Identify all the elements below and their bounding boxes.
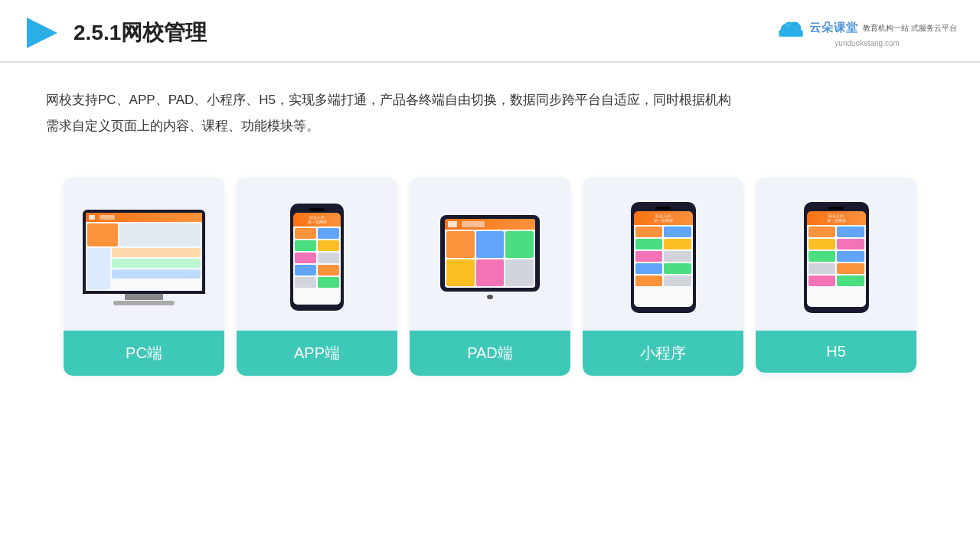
- pc-base: [113, 301, 175, 305]
- card-label-app: APP端: [237, 331, 397, 376]
- pc-stand: [125, 294, 163, 300]
- tablet-body: [445, 230, 535, 288]
- phone-screen-app: 职达人的第一堂网课: [293, 213, 341, 305]
- card-pad: PAD端: [410, 178, 570, 376]
- description-text: 网校支持PC、APP、PAD、小程序、H5，实现多端打通，产品各终端自由切换，数…: [46, 87, 934, 139]
- pc-screen-bar: [86, 213, 202, 222]
- card-label-pc: PC端: [64, 331, 224, 376]
- phone-screen-miniapp: 职达人的第一堂网课: [634, 211, 693, 307]
- phone-screen-bar-h5: 职达人的第一堂网课: [807, 211, 866, 225]
- phone-mockup-h5: 职达人的第一堂网课: [804, 202, 869, 313]
- svg-rect-5: [779, 31, 803, 36]
- phone-screen-h5: 职达人的第一堂网课: [807, 211, 866, 307]
- cards-container: PC端 职达人的第一堂网课: [0, 162, 980, 391]
- logo-brand: 云朵课堂: [809, 21, 858, 35]
- phone-notch-h5: [828, 207, 844, 210]
- description: 网校支持PC、APP、PAD、小程序、H5，实现多端打通，产品各终端自由切换，数…: [0, 63, 980, 155]
- phone-screen-body-h5: [807, 225, 866, 307]
- phone-notch-app: [309, 208, 325, 211]
- pc-screen-content: [86, 213, 202, 291]
- card-label-pad: PAD端: [410, 331, 570, 376]
- pc-screen-outer: [83, 210, 205, 294]
- tablet-bar: [445, 219, 535, 230]
- pad-image-area: [410, 178, 570, 331]
- tablet-mockup: [440, 215, 540, 299]
- tablet-camera: [487, 295, 493, 299]
- page-title: 2.5.1网校管理: [74, 18, 207, 47]
- phone-outer-app: 职达人的第一堂网课: [290, 204, 344, 311]
- pc-image-area: [64, 178, 224, 331]
- play-icon: [23, 14, 61, 52]
- card-miniapp: 职达人的第一堂网课: [583, 178, 743, 376]
- phone-screen-body-app: [293, 227, 341, 305]
- header: 2.5.1网校管理 云朵课堂 教育机构一站 式服务云平台 yunduoketan…: [0, 0, 980, 63]
- phone-screen-bar-miniapp: 职达人的第一堂网课: [634, 211, 693, 225]
- logo-url: yunduoketang.com: [835, 39, 900, 47]
- card-label-miniapp: 小程序: [583, 331, 743, 376]
- logo-cloud: 云朵课堂 教育机构一站 式服务云平台: [777, 19, 957, 37]
- phone-notch-miniapp: [655, 207, 671, 210]
- svg-marker-0: [27, 18, 57, 48]
- phone-screen-bar-app: 职达人的第一堂网课: [293, 213, 341, 227]
- cloud-icon: [777, 19, 805, 37]
- miniapp-image-area: 职达人的第一堂网课: [583, 178, 743, 331]
- card-pc: PC端: [64, 178, 224, 376]
- card-app: 职达人的第一堂网课: [237, 178, 397, 376]
- phone-screen-body-miniapp: [634, 225, 693, 307]
- card-label-h5: H5: [756, 331, 916, 373]
- h5-image-area: 职达人的第一堂网课: [756, 178, 916, 331]
- tablet-screen: [445, 219, 535, 288]
- pc-mockup: [83, 210, 205, 305]
- phone-mockup-app: 职达人的第一堂网课: [290, 204, 344, 311]
- phone-outer-miniapp: 职达人的第一堂网课: [631, 202, 696, 313]
- logo-tagline: 教育机构一站 式服务云平台: [863, 23, 957, 33]
- app-image-area: 职达人的第一堂网课: [237, 178, 397, 331]
- svg-point-6: [786, 24, 791, 28]
- phone-mockup-miniapp: 职达人的第一堂网课: [631, 202, 696, 313]
- tablet-outer: [440, 215, 540, 292]
- header-left: 2.5.1网校管理: [23, 14, 207, 52]
- logo-area: 云朵课堂 教育机构一站 式服务云平台 yunduoketang.com: [777, 19, 957, 47]
- phone-outer-h5: 职达人的第一堂网课: [804, 202, 869, 313]
- card-h5: 职达人的第一堂网课: [756, 178, 916, 376]
